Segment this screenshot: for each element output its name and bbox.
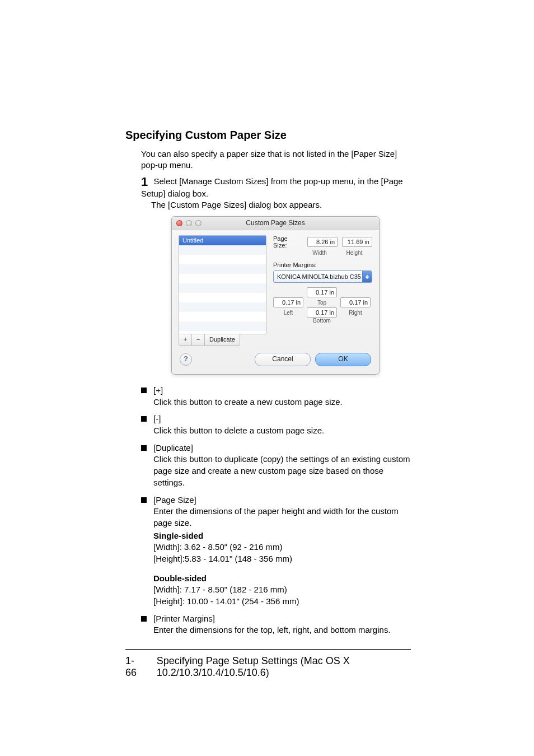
page-number: 1-66 [125, 655, 142, 679]
step-number: 1 [141, 176, 148, 188]
single-sided-width: [Width]: 3.62 - 8.50" (92 - 216 mm) [153, 542, 282, 552]
desc-printer-margins: Enter the dimensions for the top, left, … [153, 624, 411, 636]
traffic-lights [176, 220, 202, 226]
double-sided-block: Double-sided [Width]: 7.17 - 8.50" (182 … [153, 573, 411, 608]
footer-text: Specifying Page Setup Settings (Mac OS X… [157, 655, 411, 679]
list-item: [+] Click this button to create a new cu… [141, 385, 411, 408]
help-button[interactable]: ? [180, 353, 192, 366]
minus-button[interactable]: − [191, 334, 205, 346]
page-footer: 1-66 Specifying Page Setup Settings (Mac… [125, 649, 411, 679]
margin-right-field[interactable]: 0.17 in [340, 297, 371, 307]
single-sided-label: Single-sided [153, 531, 203, 540]
desc-page-size: Enter the dimensions of the paper height… [153, 506, 411, 529]
duplicate-button[interactable]: Duplicate [204, 334, 240, 346]
cancel-button[interactable]: Cancel [255, 353, 311, 366]
margin-bottom-field[interactable]: 0.17 in [307, 307, 337, 318]
step-text: Select [Manage Custom Sizes] from the po… [141, 176, 403, 198]
page: Specifying Custom Paper Size You can als… [0, 0, 534, 756]
dialog-screenshot: Custom Page Sizes Untitled + − Duplicate… [171, 216, 411, 375]
size-list[interactable]: Untitled [179, 235, 266, 334]
step-1: 1 Select [Manage Custom Sizes] from the … [141, 176, 411, 199]
footer-rule [125, 649, 411, 650]
page-size-label: Page Size: [273, 235, 303, 249]
popup-value: KONICA MINOLTA bizhub C35 [277, 273, 361, 280]
left-label: Left [273, 310, 303, 316]
printer-margins-popup[interactable]: KONICA MINOLTA bizhub C35 [273, 270, 372, 283]
bottom-label: Bottom [307, 318, 337, 324]
term-minus: [-] [153, 413, 411, 425]
left-pane: Untitled + − Duplicate [179, 235, 266, 346]
heading-specifying-custom-paper-size: Specifying Custom Paper Size [125, 129, 411, 142]
list-item: [Printer Margins] Enter the dimensions f… [141, 613, 411, 636]
margin-left-field[interactable]: 0.17 in [273, 297, 303, 307]
width-label: Width [305, 250, 335, 256]
description-list: [+] Click this button to create a new cu… [141, 385, 411, 636]
plus-button[interactable]: + [179, 334, 192, 346]
ok-button[interactable]: OK [315, 353, 371, 366]
term-page-size: [Page Size] [153, 494, 411, 506]
term-duplicate: [Duplicate] [153, 442, 411, 454]
single-sided-height: [Height]:5.83 - 14.01" (148 - 356 mm) [153, 554, 292, 563]
double-sided-label: Double-sided [153, 573, 207, 583]
close-icon[interactable] [176, 220, 182, 226]
term-plus: [+] [153, 385, 411, 396]
step-sub-text: The [Custom Page Sizes] dialog box appea… [151, 199, 411, 211]
width-field[interactable]: 8.26 in [307, 237, 338, 247]
margin-top-field[interactable]: 0.17 in [307, 287, 337, 297]
list-item: [Page Size] Enter the dimensions of the … [141, 494, 411, 608]
list-buttons: + − Duplicate [179, 334, 266, 346]
margins-grid: 0.17 in 0.17 in Top 0.17 in Left 0.17 in… [273, 287, 372, 324]
top-label: Top [307, 300, 337, 306]
right-label: Right [340, 310, 371, 316]
term-printer-margins: [Printer Margins] [153, 613, 411, 625]
height-label: Height [339, 250, 369, 256]
zoom-icon [195, 220, 202, 226]
dialog-body: Untitled + − Duplicate Page Size: 8.26 i… [172, 230, 379, 346]
desc-plus: Click this button to create a new custom… [153, 396, 411, 408]
printer-margins-label: Printer Margins: [273, 262, 372, 268]
minimize-icon [186, 220, 192, 226]
desc-duplicate: Click this button to duplicate (copy) th… [153, 454, 411, 488]
list-item: [Duplicate] Click this button to duplica… [141, 442, 411, 489]
dialog-footer: ? Cancel OK [172, 346, 379, 374]
chevron-updown-icon [362, 271, 372, 282]
desc-minus: Click this button to delete a custom pag… [153, 425, 411, 437]
dialog-title: Custom Page Sizes [172, 219, 379, 227]
right-pane: Page Size: 8.26 in 11.69 in Width Height… [273, 235, 372, 346]
list-item: [-] Click this button to delete a custom… [141, 413, 411, 436]
double-sided-width: [Width]: 7.17 - 8.50" (182 - 216 mm) [153, 585, 287, 594]
dialog-titlebar: Custom Page Sizes [172, 217, 379, 230]
height-field[interactable]: 11.69 in [342, 237, 372, 247]
custom-page-sizes-dialog: Custom Page Sizes Untitled + − Duplicate… [171, 216, 380, 375]
double-sided-height: [Height]: 10.00 - 14.01" (254 - 356 mm) [153, 596, 299, 606]
intro-paragraph: You can also specify a paper size that i… [141, 148, 411, 171]
list-item[interactable]: Untitled [179, 236, 266, 245]
single-sided-block: Single-sided [Width]: 3.62 - 8.50" (92 -… [153, 530, 411, 565]
